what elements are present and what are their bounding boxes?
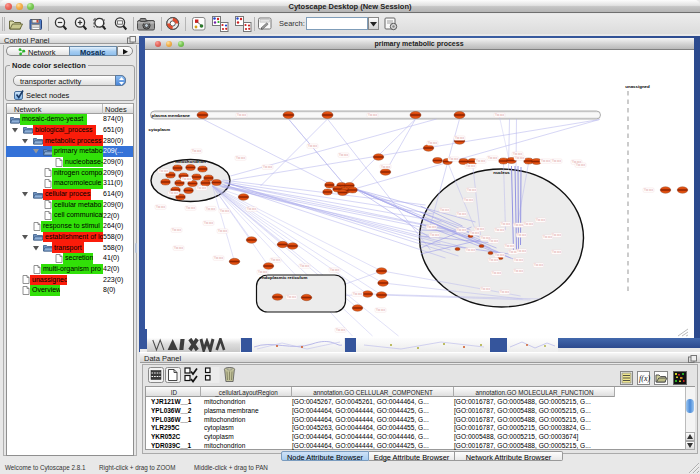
svg-text:Yxx xxx: Yxx xxx — [576, 163, 586, 167]
svg-text:Yxx xxx: Yxx xxx — [500, 290, 510, 294]
svg-text:Yxx xxx: Yxx xxx — [495, 228, 505, 232]
svg-text:Yxx xxx: Yxx xxx — [481, 287, 491, 291]
svg-text:Yxx xxx: Yxx xxx — [466, 248, 476, 252]
svg-text:Yxx xxx: Yxx xxx — [552, 159, 562, 163]
svg-text:Yxx xxx: Yxx xxx — [220, 209, 230, 213]
svg-text:Yxx xxx: Yxx xxx — [495, 113, 505, 117]
svg-text:Yxx xxx: Yxx xxx — [644, 188, 654, 192]
svg-text:Yxx xxx: Yxx xxx — [339, 153, 349, 157]
svg-text:Yxx xxx: Yxx xxx — [206, 207, 216, 211]
svg-text:Yxx xxx: Yxx xxx — [517, 233, 527, 237]
svg-text:Yxx xxx: Yxx xxx — [368, 113, 378, 117]
svg-text:Yxx xxx: Yxx xxx — [237, 113, 247, 117]
svg-text:Yxx xxx: Yxx xxx — [514, 258, 524, 262]
svg-text:Yxx xxx: Yxx xxx — [543, 235, 553, 239]
svg-text:Yxx xxx: Yxx xxx — [534, 263, 544, 267]
svg-text:Yxx xxx: Yxx xxx — [156, 205, 166, 209]
svg-text:Yxx xxx: Yxx xxx — [467, 188, 477, 192]
svg-text:Yxx xxx: Yxx xxx — [475, 227, 485, 231]
svg-text:Yxx xxx: Yxx xxx — [192, 149, 202, 153]
svg-text:cytoplasm: cytoplasm — [148, 127, 170, 132]
svg-text:Yxx xxx: Yxx xxx — [457, 212, 467, 216]
svg-text:nucleus: nucleus — [493, 170, 510, 175]
svg-text:Yxx xxx: Yxx xxx — [376, 308, 386, 312]
svg-text:Yxx xxx: Yxx xxx — [476, 159, 486, 163]
svg-text:mitochondrion: mitochondrion — [175, 159, 206, 164]
svg-text:Yxx xxx: Yxx xxx — [427, 225, 437, 229]
svg-text:Yxx xxx: Yxx xxx — [514, 269, 524, 273]
svg-text:Yxx xxx: Yxx xxx — [172, 228, 182, 232]
svg-text:Yxx xxx: Yxx xxx — [495, 253, 505, 257]
svg-text:Yxx xxx: Yxx xxx — [204, 221, 214, 225]
svg-text:Yxx xxx: Yxx xxx — [186, 206, 196, 210]
svg-text:Yxx xxx: Yxx xxx — [489, 239, 499, 243]
svg-text:Yxx xxx: Yxx xxx — [330, 268, 340, 272]
svg-text:endoplasmic reticulum: endoplasmic reticulum — [259, 275, 307, 280]
svg-text:Yxx xxx: Yxx xxx — [182, 177, 192, 181]
svg-text:Yxx xxx: Yxx xxx — [263, 165, 273, 169]
svg-text:Yxx xxx: Yxx xxx — [464, 198, 474, 202]
svg-text:Yxx xxx: Yxx xxx — [214, 256, 224, 260]
svg-text:Yxx xxx: Yxx xxx — [466, 164, 476, 168]
svg-text:Yxx xxx: Yxx xxx — [541, 159, 551, 163]
svg-text:Yxx xxx: Yxx xxx — [517, 249, 527, 253]
svg-text:Yxx xxx: Yxx xxx — [218, 229, 228, 233]
svg-text:Yxx xxx: Yxx xxx — [308, 144, 318, 148]
svg-text:Yxx xxx: Yxx xxx — [488, 156, 498, 160]
svg-text:Yxx xxx: Yxx xxx — [430, 233, 440, 237]
svg-text:Yxx xxx: Yxx xxx — [515, 156, 525, 160]
svg-text:unassigned: unassigned — [625, 84, 650, 89]
svg-text:Yxx xxx: Yxx xxx — [353, 292, 363, 296]
svg-text:Yxx xxx: Yxx xxx — [501, 222, 511, 226]
svg-text:Yxx xxx: Yxx xxx — [457, 228, 467, 232]
svg-text:Yxx xxx: Yxx xxx — [513, 152, 523, 156]
svg-text:Yxx xxx: Yxx xxx — [489, 258, 499, 262]
svg-text:Yxx xxx: Yxx xxx — [449, 157, 459, 161]
svg-text:Yxx xxx: Yxx xxx — [174, 246, 184, 250]
svg-text:Yxx xxx: Yxx xxx — [247, 207, 257, 211]
svg-text:Yxx xxx: Yxx xxx — [271, 258, 281, 262]
svg-text:Yxx xxx: Yxx xxx — [197, 186, 207, 190]
svg-text:Yxx xxx: Yxx xxx — [524, 222, 534, 226]
svg-text:Yxx xxx: Yxx xxx — [552, 233, 562, 237]
svg-text:Yxx xxx: Yxx xxx — [455, 136, 465, 140]
svg-text:Yxx xxx: Yxx xxx — [159, 169, 169, 173]
svg-text:Yxx xxx: Yxx xxx — [536, 218, 546, 222]
svg-text:Yxx xxx: Yxx xxx — [336, 328, 346, 332]
svg-text:Yxx xxx: Yxx xxx — [552, 250, 562, 254]
svg-text:Yxx xxx: Yxx xxx — [514, 223, 524, 227]
svg-text:f(x): f(x) — [639, 374, 650, 383]
svg-text:Yxx xxx: Yxx xxx — [381, 165, 391, 169]
svg-text:Yxx xxx: Yxx xxx — [470, 231, 480, 235]
svg-text:Yxx xxx: Yxx xxx — [440, 208, 450, 212]
svg-text:Yxx xxx: Yxx xxx — [169, 191, 179, 195]
svg-text:Yxx xxx: Yxx xxx — [505, 244, 515, 248]
svg-text:plasma membrane: plasma membrane — [151, 113, 190, 118]
svg-text:Yxx xxx: Yxx xxx — [236, 156, 246, 160]
svg-text:Yxx xxx: Yxx xxx — [492, 271, 502, 275]
svg-text:Yxx xxx: Yxx xxx — [258, 270, 268, 274]
svg-text:Yxx xxx: Yxx xxx — [300, 264, 310, 268]
svg-text:Yxx xxx: Yxx xxx — [287, 295, 297, 299]
svg-text:Yxx xxx: Yxx xxx — [428, 141, 438, 145]
